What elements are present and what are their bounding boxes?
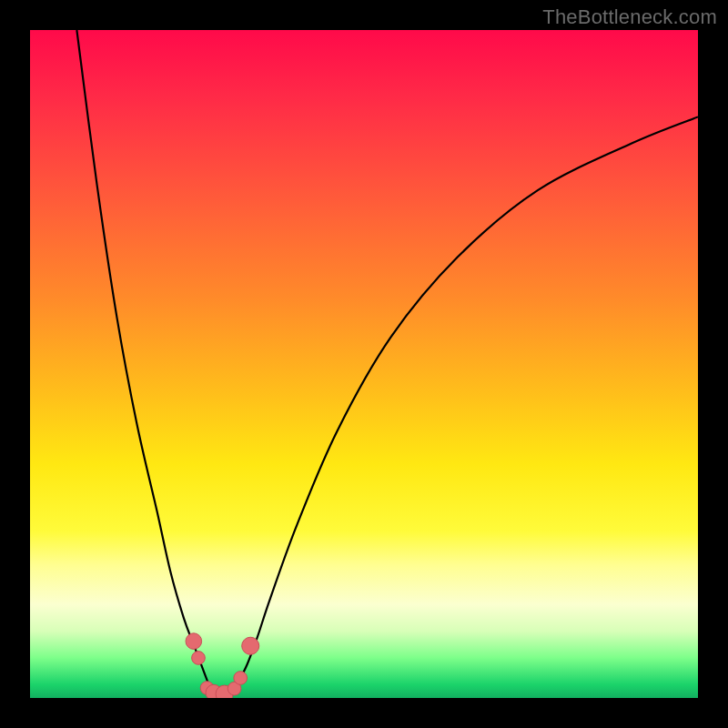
data-marker xyxy=(192,652,206,665)
left-curve xyxy=(76,30,217,698)
chart-svg xyxy=(30,30,698,698)
data-marker xyxy=(186,633,202,650)
data-marker xyxy=(234,672,248,685)
plot-area xyxy=(30,30,698,698)
watermark-label: TheBottleneck.com xyxy=(542,5,717,29)
outer-frame: TheBottleneck.com xyxy=(0,0,728,728)
marker-group xyxy=(186,633,259,698)
right-curve xyxy=(230,116,698,698)
data-marker xyxy=(242,637,259,654)
